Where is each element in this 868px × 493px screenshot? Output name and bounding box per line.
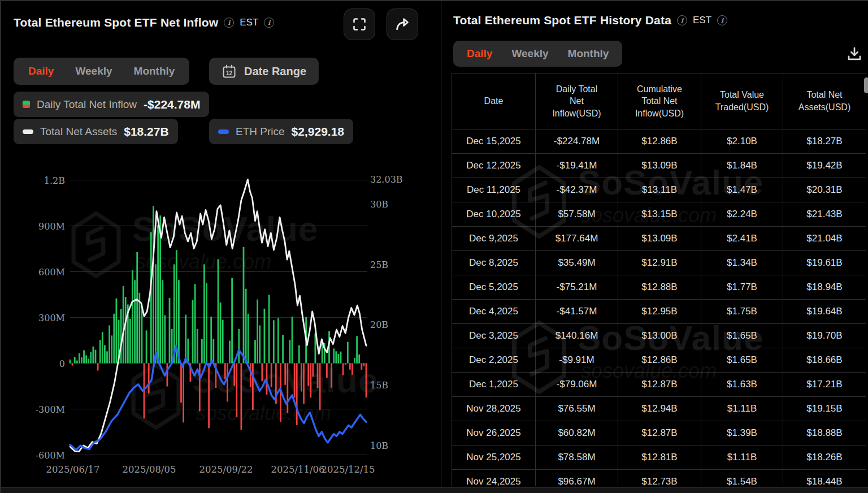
- cumulative-cell: $12.95B: [618, 300, 701, 324]
- cumulative-cell: $13.00B: [618, 324, 701, 348]
- y-axis-tick: 300M: [38, 313, 65, 323]
- right-axis-tick: 25B: [370, 260, 388, 270]
- info-icon[interactable]: i: [224, 18, 234, 28]
- page-bottom-strip: [1, 487, 868, 493]
- table-row: Nov 24,2025$96.67M$12.73B$1.54B$18.44B: [452, 470, 866, 487]
- x-axis-tick: 2025/11/06: [271, 464, 324, 475]
- tab-daily[interactable]: Daily: [467, 47, 492, 60]
- traded-cell: $2.41B: [701, 227, 783, 251]
- legend-value: $2,929.18: [292, 125, 344, 139]
- column-header: Cumulative Total Net Inflow(USD): [618, 73, 701, 129]
- traded-cell: $2.24B: [701, 202, 783, 227]
- traded-cell: $1.34B: [701, 251, 783, 275]
- y-axis-tick: -300M: [36, 404, 65, 415]
- inflow-cell: $78.58M: [536, 446, 618, 470]
- tab-daily[interactable]: Daily: [28, 65, 54, 77]
- timezone-label: EST: [240, 17, 258, 28]
- inflow-cell: -$41.57M: [536, 300, 618, 324]
- column-header: Total Net Assets(USD): [783, 73, 866, 129]
- share-button[interactable]: [387, 8, 418, 40]
- column-header: Daily Total Net Inflow(USD): [536, 73, 618, 129]
- cumulative-cell: $12.87B: [618, 421, 701, 446]
- date-cell: Nov 25,2025: [452, 446, 536, 470]
- y-axis-tick: 1.2B: [44, 175, 65, 186]
- inflow-cell: -$9.91M: [536, 348, 618, 373]
- assets-cell: $20.31B: [783, 178, 866, 202]
- right-axis-tick: 30B: [370, 199, 388, 210]
- inflow-cell: $35.49M: [536, 251, 618, 275]
- date-cell: Dec 4,2025: [452, 300, 536, 324]
- chart-title: Total Ethereum Spot ETF Net Inflow: [14, 16, 218, 29]
- date-cell: Dec 9,2025: [452, 227, 536, 251]
- date-cell: Nov 28,2025: [452, 397, 536, 421]
- inflow-cell: -$19.41M: [536, 154, 618, 178]
- inflow-cell: -$224.78M: [536, 129, 618, 154]
- legend-eth-price[interactable]: ETH Price $2,929.18: [209, 119, 353, 144]
- inflow-cell: $140.16M: [536, 324, 618, 348]
- cumulative-cell: $12.86B: [618, 129, 701, 154]
- table-row: Dec 1,2025-$79.06M$12.87B$1.63B$17.21B: [452, 373, 866, 397]
- cumulative-cell: $12.91B: [618, 251, 701, 275]
- date-cell: Dec 1,2025: [452, 373, 536, 397]
- traded-cell: $1.84B: [701, 154, 783, 178]
- fullscreen-icon: [352, 17, 367, 32]
- table-title: Total Ethereum Spot ETF History Data: [453, 14, 671, 27]
- history-table-container[interactable]: DateDaily Total Net Inflow(USD)Cumulativ…: [452, 73, 866, 486]
- date-cell: Nov 24,2025: [452, 470, 536, 487]
- y-axis-tick: 0: [59, 358, 65, 369]
- inflow-cell: -$42.37M: [536, 178, 618, 202]
- x-axis-tick: 2025/12/15: [321, 464, 375, 475]
- y-axis-tick: 600M: [38, 267, 65, 278]
- table-scrollbar-thumb[interactable]: [864, 77, 868, 93]
- assets-cell: $18.94B: [783, 275, 866, 300]
- date-cell: Dec 11,2025: [452, 178, 536, 202]
- traded-cell: $1.63B: [701, 373, 783, 397]
- inflow-cell: $57.58M: [536, 202, 618, 227]
- legend-label: Daily Total Net Inflow: [37, 98, 137, 111]
- cumulative-cell: $12.81B: [618, 446, 701, 470]
- legend-value: -$224.78M: [144, 98, 200, 111]
- date-cell: Dec 2,2025: [452, 348, 536, 373]
- x-axis-tick: 2025/06/17: [46, 464, 99, 475]
- y-axis-tick: 900M: [38, 221, 65, 232]
- fullscreen-button[interactable]: [344, 8, 375, 40]
- info-icon[interactable]: i: [677, 15, 687, 25]
- cumulative-cell: $12.87B: [618, 373, 701, 397]
- calendar-icon: 12: [222, 64, 237, 79]
- tab-weekly[interactable]: Weekly: [511, 47, 548, 60]
- sosovalue-etf-dashboard: Total Ethereum Spot ETF Net Inflow i EST…: [0, 0, 868, 493]
- tab-monthly[interactable]: Monthly: [134, 65, 175, 77]
- right-axis-tick: 10B: [370, 440, 388, 451]
- legend-net-assets[interactable]: Total Net Assets $18.27B: [14, 119, 178, 144]
- traded-cell: $1.65B: [701, 324, 783, 348]
- inflow-cell: -$79.06M: [536, 373, 618, 397]
- tab-monthly[interactable]: Monthly: [568, 47, 609, 60]
- table-row: Dec 8,2025$35.49M$12.91B$1.34B$19.61B: [452, 251, 866, 275]
- traded-cell: $1.39B: [701, 421, 783, 446]
- legend-net-inflow[interactable]: Daily Total Net Inflow -$224.78M: [14, 92, 209, 117]
- table-row: Dec 5,2025-$75.21M$12.88B$1.77B$18.94B: [452, 275, 866, 300]
- traded-cell: $1.65B: [701, 348, 783, 373]
- download-button[interactable]: [844, 44, 865, 64]
- legend-label: Total Net Assets: [40, 126, 117, 138]
- traded-cell: $1.54B: [701, 470, 783, 487]
- inflow-cell: $96.67M: [536, 470, 618, 487]
- traded-cell: $1.11B: [701, 397, 783, 421]
- traded-cell: $1.77B: [701, 275, 783, 300]
- x-axis-tick: 2025/09/22: [199, 464, 253, 475]
- cumulative-cell: $12.94B: [618, 397, 701, 421]
- cumulative-cell: $13.15B: [618, 202, 701, 227]
- table-row: Nov 28,2025$76.55M$12.94B$1.11B$19.15B: [452, 397, 866, 421]
- assets-cell: $19.70B: [783, 324, 866, 348]
- traded-cell: $1.75B: [701, 300, 783, 324]
- tab-weekly[interactable]: Weekly: [75, 65, 112, 77]
- timezone-info-icon[interactable]: i: [264, 18, 274, 28]
- timezone-info-icon[interactable]: i: [717, 15, 727, 25]
- chart-actions: [344, 8, 418, 40]
- date-range-button[interactable]: 12 Date Range: [209, 58, 319, 85]
- date-cell: Dec 5,2025: [452, 275, 536, 300]
- right-axis-tick: 15B: [370, 380, 388, 391]
- assets-cell: $17.21B: [783, 373, 866, 397]
- date-cell: Dec 15,2025: [452, 129, 536, 154]
- net-inflow-chart[interactable]: 1.2B900M600M300M0-300M-600M32.03B30B25B2…: [1, 152, 441, 487]
